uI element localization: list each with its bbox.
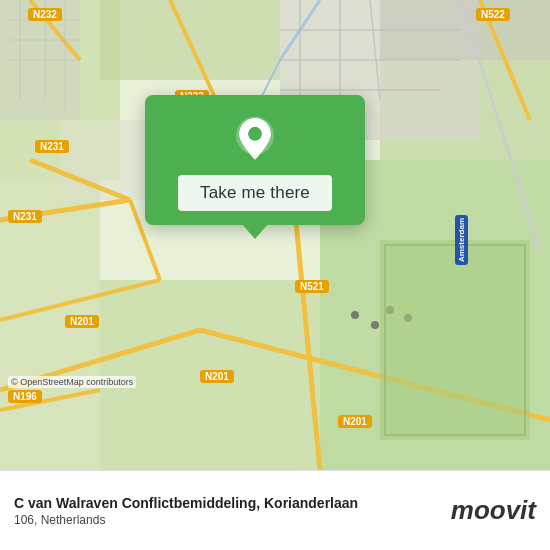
road-label-n522: N522 bbox=[476, 8, 510, 21]
svg-rect-41 bbox=[380, 240, 530, 440]
map-container: N232 N522 N233 N231 N231 N521 N201 N201 … bbox=[0, 0, 550, 470]
road-label-n232: N232 bbox=[28, 8, 62, 21]
road-label-n201-right: N201 bbox=[338, 415, 372, 428]
place-location: 106, Netherlands bbox=[14, 513, 441, 527]
footer-bar: C van Walraven Conflictbemiddeling, Kori… bbox=[0, 470, 550, 550]
road-label-n201-mid: N201 bbox=[200, 370, 234, 383]
road-label-n521: N521 bbox=[295, 280, 329, 293]
map-popup: Take me there bbox=[145, 95, 365, 225]
road-label-n201-top: N201 bbox=[65, 315, 99, 328]
location-pin-icon bbox=[229, 113, 281, 165]
road-label-n231-top: N231 bbox=[35, 140, 69, 153]
road-label-n231-mid: N231 bbox=[8, 210, 42, 223]
moovit-logo: moovit bbox=[451, 495, 536, 526]
road-label-n196: N196 bbox=[8, 390, 42, 403]
take-me-there-button[interactable]: Take me there bbox=[178, 175, 332, 211]
svg-point-25 bbox=[351, 311, 359, 319]
svg-point-45 bbox=[248, 127, 262, 141]
map-attribution: © OpenStreetMap contributors bbox=[8, 376, 136, 388]
footer-text: C van Walraven Conflictbemiddeling, Kori… bbox=[14, 494, 441, 526]
svg-point-26 bbox=[371, 321, 379, 329]
place-name: C van Walraven Conflictbemiddeling, Kori… bbox=[14, 494, 441, 512]
road-label-amsterdam: Amsterdam bbox=[455, 215, 468, 265]
moovit-logo-text: moovit bbox=[451, 495, 536, 526]
